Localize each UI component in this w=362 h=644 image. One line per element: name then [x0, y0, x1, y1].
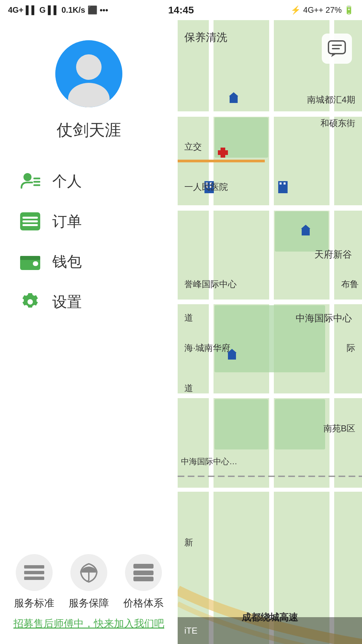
bluetooth-icon: ⚡: [291, 5, 301, 15]
status-left: 4G+ ▌▌ G ▌▌ 0.1K/s ⬛ •••: [8, 5, 108, 15]
map-label-heshuo: 和硕东街: [320, 117, 355, 129]
wallet-icon: [20, 252, 40, 272]
menu-label-wallet: 钱包: [52, 252, 82, 272]
svg-rect-38: [275, 399, 325, 449]
svg-rect-19: [133, 564, 154, 569]
order-icon: [20, 211, 40, 231]
map-label-yufeng: 誉峰国际中心: [184, 278, 237, 290]
bottom-icons-row: 服务标准 服务保障: [7, 554, 171, 610]
svg-rect-37: [215, 399, 268, 449]
settings-icon: [20, 292, 40, 312]
main-layout: 仗剑天涯 个人: [0, 20, 362, 644]
menu-label-settings: 设置: [52, 292, 82, 312]
menu-item-wallet[interactable]: 钱包: [20, 241, 158, 282]
svg-rect-22: [328, 41, 345, 54]
map-label-bulu: 布鲁: [341, 278, 359, 290]
sidebar: 仗剑天涯 个人: [0, 20, 178, 644]
svg-rect-21: [133, 577, 154, 581]
map-label-hospital: 一人民医院: [184, 181, 228, 193]
price-system-item[interactable]: 价格体系: [123, 554, 164, 610]
service-standard-circle: [16, 554, 53, 591]
svg-rect-17: [24, 577, 44, 580]
svg-rect-51: [302, 229, 310, 235]
map-label-top: 保养清洗: [184, 30, 227, 45]
svg-point-14: [27, 299, 33, 305]
svg-rect-13: [33, 261, 38, 266]
map-label-zhonghai2: 中海国际中心…: [181, 456, 237, 467]
network-info: 4G+ ▌▌ G ▌▌ 0.1K/s ⬛ •••: [8, 5, 108, 15]
map-bottom-bar: iTE: [178, 617, 362, 644]
menu-item-personal[interactable]: 个人: [20, 161, 158, 201]
avatar: [55, 40, 122, 107]
service-guarantee-item[interactable]: 服务保障: [69, 554, 109, 610]
menu-label-personal: 个人: [52, 171, 82, 191]
username: 仗剑天涯: [57, 119, 121, 141]
message-button[interactable]: [322, 34, 352, 64]
price-system-circle: [125, 554, 162, 591]
map-label-nanyuan: 南苑B区: [323, 423, 355, 434]
map-bottom-text: iTE: [184, 626, 197, 636]
svg-rect-15: [24, 565, 44, 569]
svg-rect-41: [230, 96, 238, 103]
map-label-zhonghai: 中海国际中心: [296, 312, 352, 325]
recruit-link[interactable]: 招募售后师傅中，快来加入我们吧: [7, 617, 171, 631]
price-system-label: 价格体系: [123, 596, 164, 610]
map-label-xin: 新: [184, 537, 193, 548]
map-label-tianfu: 天府新谷: [314, 248, 352, 261]
menu-item-settings[interactable]: 设置: [20, 282, 158, 322]
person-icon: [20, 171, 40, 191]
svg-rect-12: [20, 256, 40, 260]
status-time: 14:45: [168, 4, 194, 16]
service-standard-label: 服务标准: [14, 596, 54, 610]
svg-point-1: [76, 54, 102, 80]
service-guarantee-label: 服务保障: [69, 596, 109, 610]
map-label-dao1: 道: [184, 312, 193, 324]
status-bar: 4G+ ▌▌ G ▌▌ 0.1K/s ⬛ ••• 14:45 ⚡ 4G++ 27…: [0, 0, 362, 20]
map-label-dao2: 道: [184, 382, 193, 394]
svg-rect-56: [218, 150, 228, 155]
service-standard-item[interactable]: 服务标准: [14, 554, 54, 610]
sidebar-bottom: 服务标准 服务保障: [0, 554, 178, 644]
service-guarantee-circle: [70, 554, 107, 591]
svg-rect-20: [133, 571, 154, 575]
svg-rect-49: [280, 182, 282, 184]
menu-list: 个人 订单: [0, 161, 178, 322]
svg-rect-16: [24, 571, 44, 574]
map-label-lijiao: 立交: [184, 141, 202, 153]
map-label-haicheng: 海·城南华府: [184, 342, 230, 354]
svg-rect-53: [228, 353, 236, 360]
map-label-ji: 际: [347, 342, 355, 354]
map-label-nancheng: 南城都汇4期: [307, 94, 355, 106]
svg-point-3: [23, 173, 32, 181]
signal-info: 4G++ 27% 🔋: [303, 5, 354, 15]
svg-rect-50: [284, 182, 286, 184]
menu-label-orders: 订单: [52, 212, 82, 231]
map-panel: 保养清洗 南城都汇4期 和硕东街 立交 一人民医院 天府新谷 誉峰国际中心 布鲁…: [178, 20, 362, 644]
status-right: ⚡ 4G++ 27% 🔋: [291, 5, 354, 15]
menu-item-orders[interactable]: 订单: [20, 201, 158, 241]
